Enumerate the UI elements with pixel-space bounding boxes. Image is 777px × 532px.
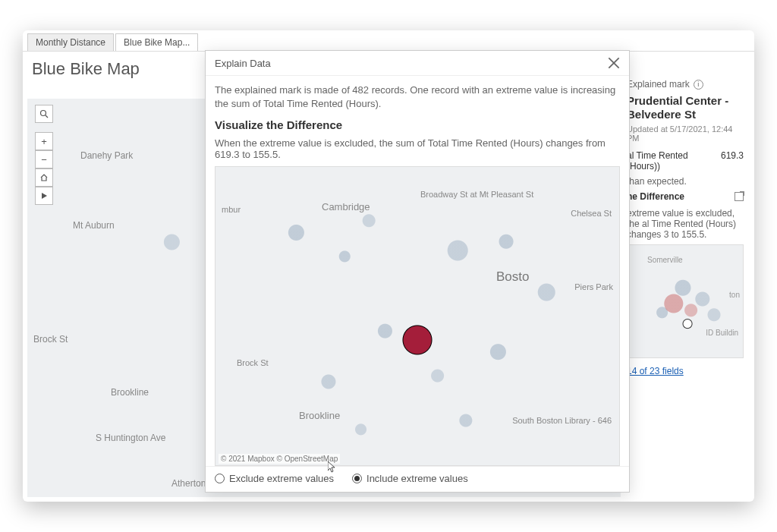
pane-header: Explain Data [206, 51, 629, 76]
updated-timestamp: Updated at 5/17/2021, 12:44 PM [627, 124, 744, 143]
map-label: Cambridge [322, 201, 370, 212]
svg-point-0 [41, 111, 46, 116]
mark-name: Prudential Center - Belvedere St [627, 94, 744, 121]
radio-exclude-extreme[interactable]: Exclude extreme values [215, 473, 334, 484]
difference-heading: he Difference [627, 191, 684, 202]
fields-link[interactable]: 14 of 23 fields [627, 366, 684, 376]
visualize-heading: Visualize the Difference [215, 118, 620, 131]
map-label: Broadway St at Mt Pleasant St [420, 190, 533, 199]
map-label: Piers Park [574, 282, 613, 291]
tab-monthly-distance[interactable]: Monthly Distance [27, 33, 114, 51]
tab-bar: Monthly Distance Blue Bike Map... [23, 30, 754, 52]
map-label: Chelsea St [571, 209, 612, 218]
map-label: Danehy Park [80, 150, 133, 161]
difference-summary: extreme value is excluded, the al Time R… [627, 208, 744, 240]
map-label: Brookline [299, 410, 340, 421]
home-icon[interactable] [35, 168, 53, 187]
map-label: Bosto [496, 269, 529, 285]
expectation-text: than expected. [627, 176, 744, 187]
radio-icon [215, 474, 225, 483]
radio-selected-icon [352, 474, 362, 483]
search-icon[interactable] [35, 105, 53, 123]
zoom-in-button[interactable]: + [35, 132, 53, 150]
map-label: S Huntington Ave [96, 433, 166, 443]
map-label: Brookline [111, 387, 149, 398]
close-icon[interactable] [608, 57, 620, 69]
explanation-text: The explained mark is made of 482 record… [215, 83, 620, 111]
visualize-description: When the extreme value is excluded, the … [215, 137, 620, 160]
map-label: ID Buildin [706, 329, 738, 337]
visualization-map[interactable]: Cambridge Broadway St at Mt Pleasant St … [215, 166, 620, 466]
map-label: Brock St [33, 334, 68, 345]
info-icon[interactable]: i [694, 80, 703, 90]
map-label: mbur [222, 205, 241, 214]
map-label: Brock St [237, 358, 269, 367]
panel-label: Explained mark [627, 79, 690, 90]
svg-line-1 [46, 115, 48, 118]
pane-title: Explain Data [215, 58, 271, 69]
mini-map[interactable]: Somerville ton ID Buildin [627, 244, 744, 358]
metric-label: al Time Rented (Hours)) [627, 150, 721, 172]
map-label: Mt Auburn [73, 220, 115, 231]
radio-include-extreme[interactable]: Include extreme values [352, 473, 468, 484]
extreme-value-radio-group: Exclude extreme values Include extreme v… [206, 466, 629, 492]
app-window: Monthly Distance Blue Bike Map... Blue B… [23, 30, 754, 502]
radio-label: Include extreme values [366, 473, 468, 484]
map-label: ton [729, 291, 740, 299]
explained-mark-panel: Explained mark i Prudential Center - Bel… [621, 74, 750, 497]
map-attribution: © 2021 Mapbox © OpenStreetMap [219, 454, 340, 464]
open-window-icon[interactable] [735, 192, 744, 201]
tab-blue-bike-map[interactable]: Blue Bike Map... [115, 33, 198, 51]
zoom-out-button[interactable]: − [35, 150, 53, 168]
map-label: South Boston Library - 646 [512, 416, 612, 425]
radio-label: Exclude extreme values [229, 473, 334, 484]
map-label: Somerville [647, 256, 683, 264]
explain-data-pane: Explain Data The explained mark is made … [205, 50, 630, 493]
metric-value: 619.3 [721, 150, 744, 172]
play-icon[interactable] [35, 187, 53, 205]
